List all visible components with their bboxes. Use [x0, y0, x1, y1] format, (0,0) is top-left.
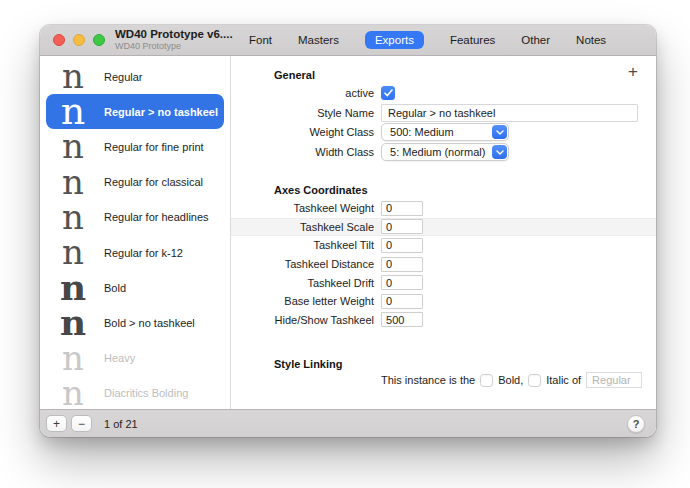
- axis-row-tashkeel-scale: Tashkeel Scale: [231, 218, 656, 237]
- sidebar-item-label: Regular for classical: [104, 176, 203, 188]
- axis-value-input[interactable]: [381, 294, 423, 309]
- add-property-button[interactable]: +: [628, 63, 638, 80]
- window-subtitle: WD40 Prototype: [115, 41, 235, 51]
- chevron-down-glyph: [496, 150, 504, 155]
- width-class-label: Width Class: [231, 146, 374, 158]
- instance-preview-glyph: n: [52, 94, 94, 129]
- sidebar-item-label: Regular for k-12: [104, 247, 183, 259]
- link-target-input[interactable]: [586, 372, 642, 388]
- style-name-input[interactable]: [381, 104, 638, 122]
- bold-checkbox[interactable]: [480, 374, 493, 387]
- general-section-header: General: [274, 69, 315, 81]
- sidebar-item-regular-classical[interactable]: n Regular for classical: [46, 165, 224, 200]
- axis-row-tashkeel-weight: Tashkeel Weight: [231, 199, 656, 218]
- chevron-down-icon[interactable]: [492, 145, 507, 159]
- tab-notes[interactable]: Notes: [576, 34, 606, 46]
- axis-label: Tashkeel Scale: [231, 221, 374, 233]
- weight-class-select[interactable]: 500: Medium: [381, 123, 509, 141]
- instance-preview-glyph: n: [52, 235, 94, 270]
- axis-row-tashkeel-drift: Tashkeel Drift: [231, 273, 656, 292]
- close-window-button[interactable]: [53, 34, 65, 46]
- sidebar-item-heavy[interactable]: n Heavy: [46, 341, 224, 376]
- help-button[interactable]: ?: [627, 415, 645, 433]
- active-row: active: [231, 86, 395, 100]
- weight-class-label: Weight Class: [231, 126, 374, 138]
- axis-value-input[interactable]: [381, 201, 423, 216]
- sidebar-item-regular-fine-print[interactable]: n Regular for fine print: [46, 129, 224, 164]
- axis-value-input[interactable]: [381, 219, 423, 234]
- sidebar-item-regular-headlines[interactable]: n Regular for headlines: [46, 200, 224, 235]
- axis-value-input[interactable]: [381, 312, 423, 327]
- sidebar-item-label: Regular: [104, 71, 143, 83]
- tab-other[interactable]: Other: [521, 34, 550, 46]
- sidebar-item-regular-no-tashkeel[interactable]: n Regular > no tashkeel: [46, 94, 224, 129]
- axis-label: Tashkeel Tilt: [231, 239, 374, 251]
- instance-count: 1 of 21: [104, 418, 138, 430]
- axes-section-header: Axes Coordinates: [274, 184, 368, 196]
- sidebar-item-label: Regular for headlines: [104, 211, 209, 223]
- axis-value-input[interactable]: [381, 275, 423, 290]
- tab-features[interactable]: Features: [450, 34, 495, 46]
- axis-row-base-letter-weight: Base letter Weight: [231, 292, 656, 311]
- instance-preview-glyph: n: [52, 376, 94, 411]
- width-class-select[interactable]: 5: Medium (normal): [381, 143, 509, 161]
- axis-row-hide-show-tashkeel: Hide/Show Tashkeel: [231, 311, 656, 330]
- style-linking-prefix: This instance is the: [381, 374, 475, 386]
- traffic-lights: [53, 34, 105, 46]
- axis-value-input[interactable]: [381, 257, 423, 272]
- active-label: active: [231, 87, 374, 99]
- minimize-window-button[interactable]: [73, 34, 85, 46]
- chevron-down-glyph: [496, 130, 504, 135]
- titlebar[interactable]: WD40 Prototype v6.... WD40 Prototype Fon…: [40, 25, 656, 56]
- chevron-down-icon[interactable]: [492, 125, 507, 139]
- tab-font[interactable]: Font: [249, 34, 272, 46]
- tab-masters[interactable]: Masters: [298, 34, 339, 46]
- axis-value-input[interactable]: [381, 238, 423, 253]
- sidebar-item-label: Bold > no tashkeel: [104, 317, 195, 329]
- style-name-label: Style Name: [231, 107, 374, 119]
- zoom-window-button[interactable]: [93, 34, 105, 46]
- axis-label: Tashkeel Weight: [231, 202, 374, 214]
- axes-rows: Tashkeel Weight Tashkeel Scale Tashkeel …: [231, 199, 656, 329]
- sidebar-item-label: Regular for fine print: [104, 141, 204, 153]
- style-linking-row: This instance is the Bold, Italic of: [381, 372, 642, 388]
- add-instance-button[interactable]: +: [46, 415, 67, 432]
- axis-row-tashkeel-tilt: Tashkeel Tilt: [231, 236, 656, 255]
- sidebar-item-diacritics-bolding[interactable]: n Diacritics Bolding: [46, 376, 224, 411]
- instance-preview-glyph: n: [52, 341, 94, 376]
- active-checkbox[interactable]: [381, 86, 395, 100]
- style-name-row: Style Name: [231, 104, 638, 122]
- weight-class-row: Weight Class 500: Medium: [231, 123, 509, 141]
- instance-preview-glyph: n: [52, 200, 94, 235]
- remove-instance-button[interactable]: −: [71, 415, 92, 432]
- sidebar-item-bold-no-tashkeel[interactable]: n Bold > no tashkeel: [46, 305, 224, 340]
- axis-label: Base letter Weight: [231, 295, 374, 307]
- instances-sidebar: n Regular n Regular > no tashkeel n Regu…: [40, 56, 231, 409]
- window-footer: + − 1 of 21 ?: [40, 409, 656, 437]
- style-linking-section-header: Style Linking: [274, 358, 342, 370]
- width-class-row: Width Class 5: Medium (normal): [231, 143, 509, 161]
- italic-label: Italic of: [546, 374, 581, 386]
- instance-settings-panel: General + active Style Name Weight Class: [231, 56, 656, 409]
- sidebar-item-label: Heavy: [104, 352, 135, 364]
- instance-preview-glyph: n: [52, 129, 94, 164]
- sidebar-item-label: Regular > no tashkeel: [104, 106, 218, 118]
- app-window: WD40 Prototype v6.... WD40 Prototype Fon…: [40, 25, 656, 437]
- instance-preview-glyph: n: [52, 270, 94, 305]
- window-body: n Regular n Regular > no tashkeel n Regu…: [40, 56, 656, 409]
- width-class-value: 5: Medium (normal): [382, 146, 492, 158]
- axis-label: Hide/Show Tashkeel: [231, 314, 374, 326]
- window-title-block: WD40 Prototype v6.... WD40 Prototype: [115, 28, 235, 52]
- instance-preview-glyph: n: [52, 165, 94, 200]
- bold-label: Bold,: [498, 374, 523, 386]
- desktop-background: WD40 Prototype v6.... WD40 Prototype Fon…: [0, 0, 690, 488]
- sidebar-item-label: Diacritics Bolding: [104, 387, 188, 399]
- sidebar-item-bold[interactable]: n Bold: [46, 270, 224, 305]
- axis-label: Tashkeel Drift: [231, 277, 374, 289]
- italic-checkbox[interactable]: [528, 374, 541, 387]
- weight-class-value: 500: Medium: [382, 126, 492, 138]
- axis-label: Tashkeel Distance: [231, 258, 374, 270]
- sidebar-item-regular-k12[interactable]: n Regular for k-12: [46, 235, 224, 270]
- toolbar-tabs: Font Masters Exports Features Other Note…: [249, 31, 606, 49]
- tab-exports[interactable]: Exports: [365, 31, 424, 49]
